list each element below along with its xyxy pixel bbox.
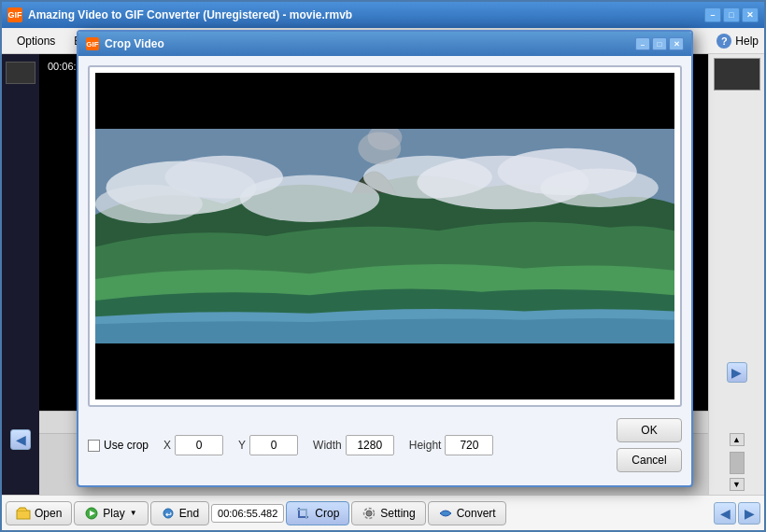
x-input[interactable] [175, 435, 223, 455]
dialog-title: Crop Video [105, 37, 630, 50]
width-input[interactable] [346, 435, 394, 455]
scroll-up-button[interactable]: ▲ [730, 433, 745, 446]
nav-right-button[interactable]: ▶ [727, 362, 747, 383]
y-label: Y [238, 439, 246, 452]
svg-point-10 [240, 175, 379, 222]
nav-left-button[interactable]: ◀ [10, 429, 31, 450]
help-icon: ? [716, 34, 731, 49]
height-input[interactable] [445, 435, 493, 455]
play-button[interactable]: Play ▼ [74, 501, 148, 525]
dialog-controls: – □ ✕ [635, 37, 684, 50]
crop-label: Crop [315, 507, 339, 520]
svg-point-14 [95, 185, 203, 223]
window-title: Amazing Video to GIF Converter (Unregist… [28, 8, 699, 21]
nav-arrows: ◀ ▶ [714, 502, 760, 525]
left-thumbnail [6, 62, 35, 84]
right-panel: ▶ ▲ ▼ [708, 54, 764, 495]
svg-rect-0 [17, 511, 30, 519]
y-field-group: Y [238, 435, 298, 455]
main-window: GIF Amazing Video to GIF Converter (Unre… [0, 0, 766, 532]
use-crop-checkbox-label[interactable]: Use crop [88, 439, 149, 452]
height-field-group: Height [409, 435, 494, 455]
toolbar-timestamp: 00:06:55.482 [211, 504, 284, 523]
width-field-group: Width [313, 435, 394, 455]
dialog-title-bar: GIF Crop Video – □ ✕ [78, 32, 691, 56]
end-button[interactable]: ↩ End [150, 501, 209, 525]
use-crop-checkbox[interactable] [88, 440, 100, 452]
crop-controls: Use crop X Y Width Height [88, 414, 682, 476]
setting-button[interactable]: Setting [351, 501, 425, 525]
open-button[interactable]: Open [6, 501, 72, 525]
width-label: Width [313, 439, 342, 452]
title-bar: GIF Amazing Video to GIF Converter (Unre… [2, 2, 764, 28]
crop-dialog: GIF Crop Video – □ ✕ [77, 30, 693, 487]
dialog-maximize-button[interactable]: □ [652, 37, 667, 50]
svg-point-5 [366, 511, 372, 516]
open-icon [16, 506, 31, 521]
convert-icon [438, 506, 453, 521]
play-dropdown-icon[interactable]: ▼ [129, 507, 138, 520]
x-field-group: X [163, 435, 223, 455]
minimize-button[interactable]: – [704, 7, 721, 22]
setting-label: Setting [380, 507, 415, 520]
nav-next-button[interactable]: ▶ [738, 502, 760, 525]
toolbar-bottom: Open Play ▼ ↩ End 00:06:55.482 Crop [2, 495, 764, 530]
right-thumbnail [714, 58, 760, 91]
ok-button[interactable]: OK [617, 418, 682, 442]
menu-help[interactable]: Help [735, 35, 759, 48]
setting-icon [362, 506, 376, 521]
dialog-body: Use crop X Y Width Height [78, 56, 691, 485]
video-frame [95, 73, 674, 399]
play-label: Play [103, 507, 124, 520]
window-controls: – □ ✕ [704, 7, 759, 22]
height-label: Height [409, 439, 442, 452]
menu-help-group: ? Help [716, 34, 759, 49]
app-icon: GIF [7, 7, 22, 22]
end-icon: ↩ [161, 506, 176, 521]
open-label: Open [35, 507, 62, 520]
x-label: X [163, 439, 171, 452]
use-crop-label: Use crop [104, 439, 149, 452]
dialog-minimize-button[interactable]: – [635, 37, 650, 50]
scroll-thumb [730, 452, 745, 474]
y-input[interactable] [249, 435, 298, 455]
svg-point-13 [540, 169, 658, 207]
video-black-bar-bottom [95, 343, 674, 399]
end-label: End [179, 507, 199, 520]
play-icon [84, 506, 99, 521]
crop-icon [296, 506, 311, 521]
video-content [95, 129, 674, 343]
convert-button[interactable]: Convert [428, 501, 506, 525]
left-panel: ◀ [2, 54, 39, 495]
dialog-close-button[interactable]: ✕ [669, 37, 684, 50]
scroll-down-button[interactable]: ▼ [730, 478, 745, 491]
crop-button[interactable]: Crop [286, 501, 349, 525]
dialog-icon: GIF [86, 37, 99, 50]
cancel-button[interactable]: Cancel [617, 448, 682, 472]
video-frame-container [88, 65, 682, 407]
nav-prev-button[interactable]: ◀ [714, 502, 736, 525]
convert-label: Convert [457, 507, 496, 520]
video-black-bar-top [95, 73, 674, 129]
menu-options[interactable]: Options [7, 32, 64, 50]
action-buttons: OK Cancel [617, 418, 682, 472]
svg-text:↩: ↩ [164, 511, 171, 519]
close-button[interactable]: ✕ [742, 7, 759, 22]
maximize-button[interactable]: □ [723, 7, 740, 22]
